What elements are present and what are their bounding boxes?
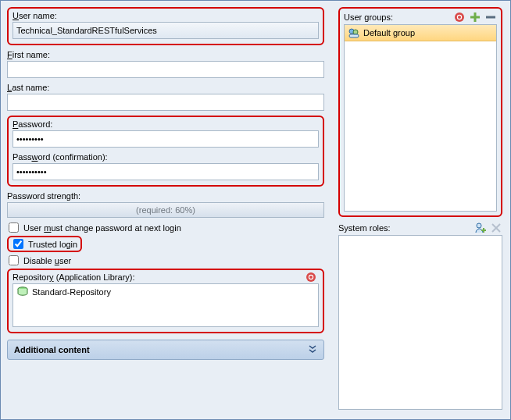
firstname-group: First name: [7, 50, 324, 78]
trusted-row: Trusted login [7, 236, 324, 252]
disable-label: Disable user [23, 256, 71, 265]
must-change-label: User must change password at next login [23, 223, 181, 233]
svg-rect-12 [349, 34, 359, 37]
user-groups-panel: User groups: Default group [338, 7, 502, 217]
svg-point-13 [477, 223, 481, 228]
additional-content-toggle[interactable]: Additional content [7, 340, 324, 360]
firstname-input[interactable] [7, 61, 324, 78]
username-group: User name: [7, 7, 324, 45]
add-role-button[interactable] [474, 222, 487, 234]
disable-row: Disable user [7, 255, 324, 265]
repository-icon [16, 286, 29, 298]
password-confirm-label: Password (confirmation): [13, 152, 319, 162]
repository-list[interactable]: Standard-Repository [13, 283, 319, 327]
svg-point-6 [458, 16, 461, 19]
chevron-down-icon [308, 344, 317, 355]
username-input[interactable] [13, 22, 319, 39]
disable-checkbox[interactable] [9, 255, 19, 265]
strength-placeholder: (required: 60%) [136, 205, 195, 215]
firstname-label: First name: [7, 50, 324, 59]
svg-rect-9 [486, 16, 495, 19]
user-groups-list[interactable]: Default group [344, 24, 497, 212]
username-label: User name: [13, 11, 319, 20]
password-label: Password: [13, 119, 319, 129]
lastname-group: Last name: [7, 83, 324, 111]
remove-group-button[interactable] [484, 11, 497, 23]
repository-group: Repository (Application Library): Standa… [7, 269, 324, 333]
svg-point-11 [353, 30, 358, 34]
lastname-input[interactable] [7, 94, 324, 111]
strength-group: Password strength: (required: 60%) [7, 191, 324, 218]
system-roles-list[interactable] [338, 235, 502, 410]
strength-bar: (required: 60%) [7, 202, 324, 218]
password-confirm-input[interactable] [13, 163, 319, 180]
repository-item[interactable]: Standard-Repository [13, 284, 318, 300]
system-roles-label: System roles: [338, 223, 391, 233]
lastname-label: Last name: [7, 83, 324, 92]
password-group: Password: Password (confirmation): [7, 116, 324, 187]
group-icon [348, 27, 360, 39]
group-item[interactable]: Default group [345, 25, 496, 41]
repository-label: Repository (Application Library): [13, 272, 319, 282]
trusted-checkbox[interactable] [13, 239, 23, 249]
required-icon [453, 11, 466, 23]
password-input[interactable] [13, 130, 319, 148]
system-roles-panel: System roles: [338, 222, 502, 410]
svg-rect-15 [481, 230, 486, 231]
required-icon [306, 272, 316, 283]
group-item-label: Default group [363, 28, 415, 37]
svg-point-2 [309, 276, 313, 279]
strength-label: Password strength: [7, 191, 324, 201]
remove-role-button[interactable] [490, 222, 502, 234]
must-change-row: User must change password at next login [7, 222, 324, 233]
repository-item-label: Standard-Repository [32, 287, 111, 297]
svg-rect-8 [470, 16, 480, 19]
additional-content-label: Additional content [14, 345, 90, 354]
trusted-label: Trusted login [28, 240, 77, 249]
user-groups-label: User groups: [344, 12, 393, 22]
must-change-checkbox[interactable] [9, 222, 19, 233]
add-group-button[interactable] [469, 11, 481, 23]
